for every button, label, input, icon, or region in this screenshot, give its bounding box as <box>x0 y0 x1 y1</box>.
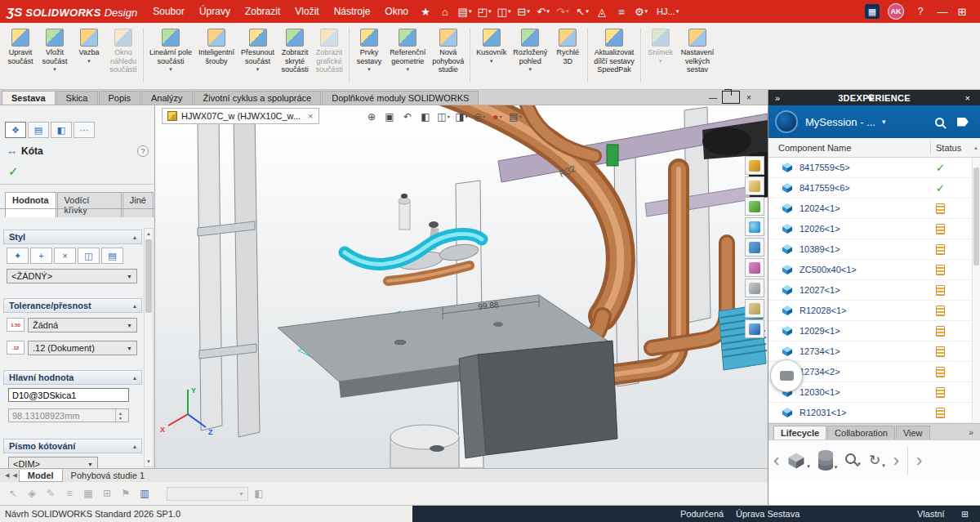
revise-action-button[interactable]: ↻▾ <box>869 452 885 469</box>
tab-popis[interactable]: Popis <box>99 91 141 105</box>
tab-doplnkove-moduly[interactable]: Doplňkové moduly SOLIDWORKS <box>322 91 479 105</box>
tab-vodici-krivky[interactable]: Vodící křivky <box>57 192 122 217</box>
save-style-button[interactable]: ◫ <box>78 248 100 264</box>
section-dimension-font[interactable]: Písmo kótování ▴ <box>3 439 142 453</box>
lasso-tool-button[interactable]: ◈ <box>24 485 40 502</box>
tab-scroll-left-icon[interactable]: ◀ <box>3 472 11 479</box>
decals-tab[interactable] <box>745 258 764 277</box>
style-dropdown[interactable]: <ŽÁDNÝ> ▼ <box>7 269 137 283</box>
section-primary-value[interactable]: Hlavní hodnota ▴ <box>3 370 142 385</box>
ribbon-reference-geometry[interactable]: Referenční geometrie▾ <box>386 26 429 85</box>
table-button[interactable]: ▦ <box>80 485 96 502</box>
graphics-viewport[interactable]: 99.88 R32 Y X Z HJWX07C_w ( <box>155 105 768 468</box>
help-button[interactable]: ? <box>137 145 149 157</box>
ribbon-insert-component[interactable]: Vložit součást▾ <box>38 26 72 85</box>
undo-button[interactable]: ↶▾ <box>534 2 552 20</box>
chevron-down-icon[interactable]: ▾ <box>882 118 886 126</box>
ribbon-instant-3d[interactable]: Rychlé 3D <box>550 26 585 85</box>
document-tab[interactable]: HJWX07C_w (HJWX10C_w... × <box>162 108 319 124</box>
load-style-button[interactable]: ▤ <box>101 248 123 264</box>
ribbon-large-assembly-settings[interactable]: Nastavení velkých sestav <box>678 26 718 85</box>
column-component-name[interactable]: Component Name <box>768 143 851 153</box>
scroll-up-icon[interactable]: ▲ <box>973 145 978 150</box>
component-row[interactable]: 12734<1> <box>768 341 980 362</box>
scrollbar-thumb[interactable] <box>973 167 979 265</box>
property-manager-scrollbar[interactable]: ▲ ▼ <box>144 228 154 467</box>
menu-soubor[interactable]: Soubor <box>145 0 192 23</box>
dimension-name-input[interactable] <box>8 388 129 402</box>
edit-appearance-button[interactable]: ◬ <box>593 2 611 20</box>
user-avatar[interactable]: AK <box>888 3 904 20</box>
white-tank[interactable] <box>390 425 459 468</box>
tab-collaboration[interactable]: Collaboration <box>827 426 895 439</box>
feature-manager-tab[interactable]: ❖ <box>5 122 26 138</box>
base-box[interactable] <box>459 341 617 458</box>
status-grid-icon[interactable]: ⊞ <box>961 509 969 520</box>
scene-button[interactable]: ▤▾ <box>507 109 523 124</box>
tab-view[interactable]: View <box>896 426 930 439</box>
component-row[interactable]: 10389<1> <box>768 239 980 260</box>
tab-skica[interactable]: Skica <box>56 91 98 105</box>
tab-hodnota[interactable]: Hodnota <box>5 192 56 217</box>
zoom-area-button[interactable]: ▣ <box>381 109 398 124</box>
scrollbar-thumb[interactable] <box>145 239 152 313</box>
tab-zivotni-cyklus[interactable]: Životní cyklus a spolupráce <box>194 91 322 105</box>
ribbon-update-speedpak[interactable]: Aktualizovat dílčí sestavy SpeedPak <box>590 26 638 85</box>
section-tool-button[interactable]: ◧ <box>251 485 267 502</box>
display-style-button[interactable]: ◨▾ <box>453 109 470 124</box>
doc-restore-button[interactable] <box>722 91 740 104</box>
ribbon-show-graphic-components[interactable]: Zobrazit grafické součásti <box>312 26 346 85</box>
view-palette-tab[interactable] <box>745 217 764 236</box>
line-format-button[interactable]: ≡ <box>61 485 78 502</box>
doc-close-button[interactable]: × <box>740 91 758 104</box>
flag-button[interactable]: ⚑ <box>118 485 134 502</box>
more-tabs-button[interactable]: ⋯ <box>74 122 95 138</box>
menu-upravy[interactable]: Úpravy <box>192 0 238 23</box>
sketch-tool-button[interactable]: ✎ <box>42 485 59 502</box>
tag-icon[interactable] <box>957 118 969 127</box>
pin-menu-icon[interactable]: ★ <box>416 2 434 20</box>
component-row[interactable]: 12029<1> <box>768 321 980 341</box>
component-row[interactable]: R12028<1> <box>768 301 980 321</box>
menu-okno[interactable]: Okno <box>377 0 416 23</box>
ribbon-smart-fasteners[interactable]: Inteligentní šrouby <box>195 26 238 85</box>
dimension-font-dropdown[interactable]: <DIM> ▼ <box>8 457 98 468</box>
custom-properties-tab[interactable] <box>745 279 764 297</box>
tab-overflow-button[interactable]: » <box>969 427 980 437</box>
ribbon-linear-pattern[interactable]: Lineární pole součásti▾ <box>146 26 195 85</box>
previous-view-button[interactable]: ↶ <box>399 109 416 124</box>
panel-settings-button[interactable]: ⚙ <box>863 92 878 103</box>
black-cylinder-end[interactable] <box>702 127 751 155</box>
help-button[interactable]: ? <box>913 4 928 19</box>
precision-dropdown[interactable]: .12 (Dokument) ▼ <box>28 341 137 355</box>
apply-default-style-button[interactable]: ✦ <box>7 248 29 264</box>
redo-button[interactable]: ↷▾ <box>554 2 572 20</box>
tab-lifecycle[interactable]: Lifecycle <box>773 426 826 439</box>
doc-minimize-button[interactable]: — <box>704 91 722 104</box>
evaluate-button[interactable]: ▥ <box>136 485 153 502</box>
file-properties-button[interactable]: ≡ <box>612 2 630 20</box>
ribbon-assembly-features[interactable]: Prvky sestavy▾ <box>352 26 386 85</box>
options-button[interactable]: ⚙▾ <box>632 2 650 20</box>
save-button[interactable]: ◫▾ <box>495 2 513 20</box>
ribbon-move-component[interactable]: Přesunout součást▾ <box>238 26 278 85</box>
3dexperience-marketplace-tab[interactable] <box>745 319 764 338</box>
component-list-scrollbar[interactable] <box>972 158 980 423</box>
tab-jine[interactable]: Jiné <box>122 192 154 217</box>
component-row[interactable]: 12027<1> <box>768 280 980 301</box>
component-row[interactable]: R12031<1> <box>768 403 980 423</box>
print-button[interactable]: ⊟▾ <box>514 2 532 20</box>
collaboration-chat-button[interactable] <box>770 359 803 392</box>
minimize-button[interactable]: — <box>933 2 951 20</box>
new-document-button[interactable]: ▤▾ <box>456 2 474 20</box>
search-action-button[interactable]: ▾ <box>845 453 861 467</box>
configuration-manager-tab[interactable]: ◧ <box>51 122 72 138</box>
back-chevron-button[interactable]: ‹ <box>773 453 779 469</box>
toolbox-tab[interactable] <box>745 299 764 318</box>
solidworks-resources-tab[interactable] <box>745 156 764 175</box>
tab-motion-study-1[interactable]: Pohybová studie 1 <box>63 470 154 481</box>
ribbon-new-motion-study[interactable]: Nová pohybová studie <box>429 26 467 85</box>
component-row[interactable]: 8417559<6> <box>768 178 980 199</box>
ribbon-snapshot[interactable]: Snímek▾ <box>644 26 678 85</box>
section-view-button[interactable]: ◧ <box>417 109 434 124</box>
